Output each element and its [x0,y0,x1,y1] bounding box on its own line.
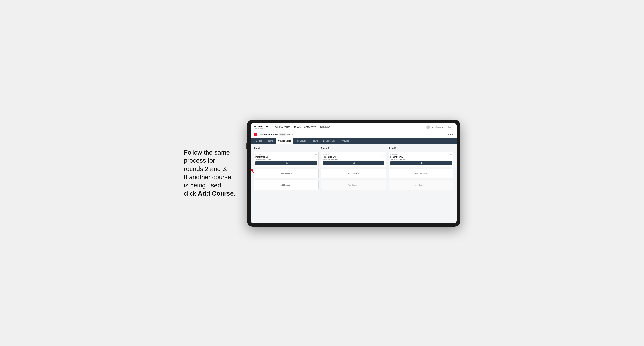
round-1-plus-icon-1: + [290,172,292,175]
round-1-course-details: Yellow (M) (6629 yds) [256,158,317,160]
page-wrapper: Follow the same process for rounds 2 and… [184,120,460,226]
round-1-course-name: Peachtree GC [256,156,317,158]
round-2-course-tag: (Course A) [323,154,384,155]
round-2-add-course-label-2: Add Course [348,184,357,186]
round-3-plus-icon-1: + [426,172,427,175]
round-1-plus-icon-2: + [290,184,292,186]
round-2-add-course-2: Add Course + [321,180,386,190]
tournament-name: Clippd Invitational [259,133,278,136]
round-3-add-course-label-1: Add Course [415,173,425,174]
round-3-course-card-wrapper: (Course A) Peachtree GC Yellow (M) (6629… [388,152,454,167]
top-nav: SCOREBOARD Powered by clippd TOURNAMENTS… [250,123,457,132]
round-3-add-course-1[interactable]: Add Course + [388,169,454,178]
round-1-course-card-wrapper: (Course A) Peachtree GC Yellow (M) (6629… [254,152,319,167]
round-3-edit-button[interactable]: Edit [390,161,452,165]
tab-printables[interactable]: Printables [338,138,352,144]
tablet-screen: SCOREBOARD Powered by clippd TOURNAMENTS… [250,123,457,223]
cancel-label: Cancel [445,134,451,136]
cancel-icon: ✕ [452,134,454,136]
rounds-grid: Round 1 (Course A) Peachtree GC Yellow (… [254,147,454,190]
tab-results[interactable]: Results [309,138,320,144]
round-3-add-course-text-1: Add Course + [415,172,427,175]
sign-out-link[interactable]: Sign out [447,126,454,128]
round-2-add-course-text-1: Add Course + [348,172,359,175]
round-1-course-card: (Course A) Peachtree GC Yellow (M) (6629… [254,152,319,167]
tab-tee-groups[interactable]: Tee Groups [294,138,309,144]
nav-rankings[interactable]: RANKINGS [320,126,330,128]
tab-teams[interactable]: Teams [265,138,276,144]
tab-details[interactable]: Details [254,138,264,144]
nav-tournaments[interactable]: TOURNAMENTS [275,126,290,128]
round-2-add-course-label-1: Add Course [348,173,357,174]
divider: | [445,126,446,128]
round-1-edit-button[interactable]: Edit [256,161,317,165]
round-2-add-course-text-2: Add Course + [348,184,359,186]
nav-right: blair@clippd.io | Sign out [426,125,454,129]
round-2-course-card: (Course A) Peachtree GC Yellow (M) (6629… [321,152,386,167]
instruction-line4: If another course [184,173,231,180]
main-content: Round 1 (Course A) Peachtree GC Yellow (… [250,144,457,223]
round-2-plus-icon-2: + [358,184,359,186]
sub-header-left: C Clippd Invitational (Men) Hosting [254,133,293,136]
volume-button [246,143,247,149]
round-3-plus-icon-2: + [426,184,427,186]
hosting-badge: Hosting [288,134,294,136]
tab-bar: Details Teams Course Setup Tee Groups Re… [250,138,457,144]
round-3-course-tag: (Course A) [390,154,452,155]
round-1-add-course-label-2: Add Course [280,184,290,186]
round-2-course-card-wrapper: (Course A) Peachtree GC Yellow (M) (6629… [321,152,386,167]
round-1-label: Round 1 [254,147,319,150]
clippd-logo: C [254,133,257,136]
round-3-course-details: Yellow (M) (6629 yds) [390,158,452,160]
round-3-add-course-text-2: Add Course + [415,184,427,186]
gender-badge: (Men) [279,133,286,136]
instruction-bold: Add Course. [198,190,235,197]
round-1-add-course-text-1: Add Course + [280,172,292,175]
instruction-text: Follow the same process for rounds 2 and… [184,149,239,198]
round-1-course-tag: (Course A) [256,154,317,155]
instruction-line5: is being used, [184,181,223,189]
tablet-frame: SCOREBOARD Powered by clippd TOURNAMENTS… [247,120,460,226]
round-1-annotation: Add Course + [254,169,319,178]
instruction-line2: process for [184,157,215,164]
round-3-course-name: Peachtree GC [390,156,452,158]
tab-leaderboards[interactable]: Leaderboards [321,138,338,144]
brand-title: SCOREBOARD [254,125,270,128]
round-3-column: Round 3 (Course A) Peachtree GC Yellow (… [388,147,454,190]
round-1-add-course-label-1: Add Course [280,173,290,174]
round-3-course-card: (Course A) Peachtree GC Yellow (M) (6629… [388,152,454,167]
round-2-course-name: Peachtree GC [323,156,384,158]
round-2-label: Round 2 [321,147,386,150]
round-1-remove-button[interactable]: □ [315,153,318,156]
instruction-line3: rounds 2 and 3. [184,165,228,172]
cancel-button[interactable]: Cancel ✕ [445,134,454,136]
nav-teams[interactable]: TEAMS [294,126,301,128]
nav-avatar [426,125,430,129]
brand: SCOREBOARD Powered by clippd [254,125,270,129]
tab-course-setup[interactable]: Course Setup [276,138,293,144]
round-2-column: Round 2 (Course A) Peachtree GC Yellow (… [321,147,386,190]
round-1-add-course-1[interactable]: Add Course + [254,169,319,178]
nav-links: TOURNAMENTS TEAMS COMMITTEE RANKINGS [275,126,422,128]
round-3-label: Round 3 [388,147,454,150]
round-2-remove-button[interactable]: □ [382,153,385,156]
user-email: blair@clippd.io [432,126,443,128]
round-3-add-course-label-2: Add Course [415,184,425,186]
round-2-plus-icon-1: + [358,172,359,175]
round-1-add-course-text-2: Add Course + [280,184,292,186]
round-3-add-course-2: Add Course + [388,180,454,190]
instruction-line1: Follow the same [184,149,230,156]
round-2-edit-button[interactable]: Edit [323,161,384,165]
round-2-add-course-1[interactable]: Add Course + [321,169,386,178]
instruction-line6: click [184,190,198,197]
nav-committee[interactable]: COMMITTEE [304,126,316,128]
round-3-remove-button[interactable]: □ [450,153,452,156]
brand-sub: Powered by clippd [254,128,270,129]
round-1-add-course-2[interactable]: Add Course + [254,180,319,190]
sub-header: C Clippd Invitational (Men) Hosting Canc… [250,132,457,138]
round-1-column: Round 1 (Course A) Peachtree GC Yellow (… [254,147,319,190]
round-2-course-details: Yellow (M) (6629 yds) [323,158,384,160]
